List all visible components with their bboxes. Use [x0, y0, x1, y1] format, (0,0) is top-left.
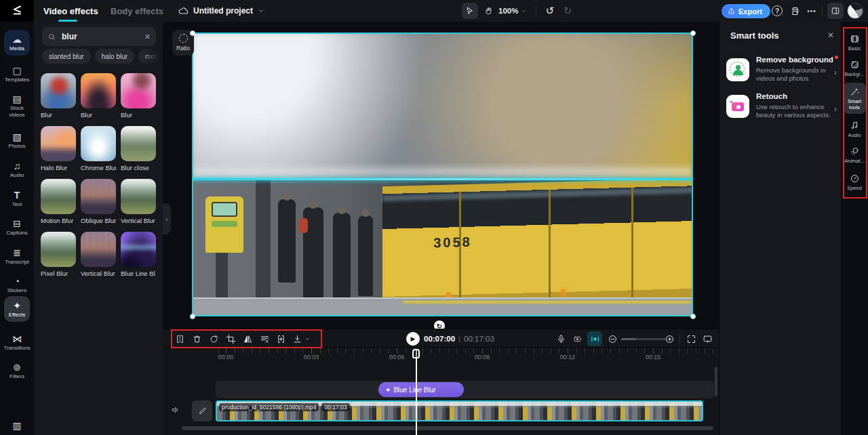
tab-video-effects-label: Video effects	[43, 6, 98, 16]
main-track-magnet-toggle[interactable]	[587, 331, 602, 346]
video-clip[interactable]: production_id_5021586 (1080p).mp4 00:17:…	[216, 400, 703, 421]
playhead-line	[416, 349, 417, 435]
rail-item-audio[interactable]: Audio	[841, 121, 868, 138]
mirror-button[interactable]	[240, 329, 255, 348]
rotate-clip-button[interactable]	[206, 329, 221, 348]
tab-video-effects[interactable]: Video effects	[43, 0, 98, 22]
timeline-zoom-out-button[interactable]	[605, 329, 620, 348]
playhead-handle[interactable]	[412, 349, 420, 358]
effect-track[interactable]	[216, 381, 714, 398]
sidebar-item-stickers[interactable]: ◔ Stickers	[0, 276, 34, 294]
fit-timeline-button[interactable]	[684, 329, 698, 348]
more-button[interactable]: •••	[804, 0, 819, 22]
sidebar-item-media[interactable]: ☁ Media	[0, 34, 34, 52]
smart-tool-remove-background[interactable]: Remove background Remove backgrounds in …	[726, 56, 838, 89]
effect-clip-blue-line-blur[interactable]: ✦ Blue Line Blur	[378, 382, 464, 397]
sidebar-item-label: Captions	[0, 230, 34, 236]
export-button[interactable]: Export	[722, 4, 770, 18]
help-button[interactable]: ?	[772, 5, 783, 16]
play-icon: ▶	[411, 335, 416, 342]
timeline[interactable]: 00:00 00:03 00:06 00:09 00:12 00:15 ✦ Bl…	[163, 348, 719, 435]
sidebar-item-templates[interactable]: ▢ Templates	[0, 65, 34, 83]
transcript-trim-button[interactable]	[257, 329, 272, 348]
sidebar-item-stock-videos[interactable]: ▤ Stock videos	[0, 94, 34, 119]
panel-collapse-handle[interactable]: ‹	[163, 203, 171, 234]
delete-button[interactable]	[189, 329, 204, 348]
sidebar-item-audio[interactable]: ♫ Audio	[0, 161, 34, 179]
redo-button[interactable]: ↻	[560, 0, 575, 22]
zoom-level-control[interactable]: 100%	[498, 0, 527, 22]
selection-handle-top-left[interactable]	[190, 30, 195, 36]
rail-item-speed[interactable]: Speed	[841, 173, 868, 191]
split-insert-button[interactable]	[273, 329, 288, 348]
sidebar-item-photos[interactable]: ▧ Photos	[0, 131, 34, 150]
effect-card[interactable]: Halo Blur	[41, 126, 76, 171]
sidebar-item-transitions[interactable]: ⋈ Transitions	[0, 333, 34, 352]
mute-track-button[interactable]	[171, 405, 180, 415]
print-button[interactable]	[787, 0, 802, 22]
rail-item-basic[interactable]: Basic	[841, 34, 868, 51]
search-input[interactable]	[60, 31, 140, 42]
smart-tool-retouch[interactable]: + Retouch Use retouch to enhance beauty …	[726, 92, 838, 126]
rail-item-animation[interactable]: Animat...	[841, 146, 868, 164]
selection-handle-bottom-right[interactable]	[690, 314, 696, 319]
sidebar-item-effects[interactable]: ✦ Effects	[0, 300, 34, 318]
transcript-scissors-icon	[260, 334, 270, 344]
timeline-zoom-in-button[interactable]	[662, 329, 677, 348]
split-insert-icon	[276, 334, 286, 344]
new-badge	[835, 56, 838, 59]
red-backpack	[299, 218, 308, 233]
layout-panel-button[interactable]	[827, 3, 844, 19]
rail-item-smart-tools[interactable]: Smart tools	[841, 87, 868, 110]
sidebar-item-captions[interactable]: ⊟ Captions	[0, 218, 34, 236]
sidebar-footer-button[interactable]: ▥	[0, 420, 34, 431]
timeline-zoom-slider[interactable]	[621, 338, 666, 340]
cursor-icon	[465, 6, 475, 16]
sidebar-item-transcript[interactable]: ≣ Transcript	[0, 247, 34, 266]
effect-card[interactable]: Oblique Blur	[81, 179, 116, 224]
clear-search-button[interactable]: ✕	[144, 33, 151, 41]
effect-card[interactable]: Pixel Blur	[41, 232, 76, 277]
play-button[interactable]: ▶	[406, 332, 420, 346]
sidebar-item-filters[interactable]: ⊚ Filters	[0, 362, 34, 380]
select-tool-button[interactable]	[462, 3, 478, 19]
timeline-horizontal-scrollbar[interactable]	[182, 426, 713, 430]
sidebar-item-text[interactable]: T Text	[0, 190, 34, 208]
avatar[interactable]	[847, 3, 863, 19]
download-options-button[interactable]	[302, 329, 312, 348]
selection-handle-bottom-left[interactable]	[190, 314, 195, 319]
top-bar: Video effects Body effects Untitled proj…	[0, 0, 868, 22]
chip-halo-blur[interactable]: halo blur	[95, 49, 134, 64]
station-scene: 3058	[193, 180, 692, 315]
voiceover-button[interactable]	[553, 329, 568, 348]
effect-card[interactable]: Blue Line Bl...	[121, 232, 156, 277]
crop-button[interactable]	[223, 329, 238, 348]
effect-card[interactable]: Vertical Blur	[81, 232, 116, 277]
undo-button[interactable]: ↺	[542, 0, 557, 22]
search-box[interactable]: ✕	[42, 27, 156, 46]
project-title[interactable]: Untitled project	[178, 0, 264, 22]
effect-card[interactable]: Chrome Blur	[81, 126, 116, 171]
split-button[interactable]	[172, 329, 187, 348]
effect-card[interactable]: Blur	[121, 73, 156, 119]
time-separator: |	[458, 335, 460, 343]
effect-card[interactable]: Motion Blur	[41, 179, 76, 224]
panel-layout-icon	[831, 6, 840, 16]
video-canvas[interactable]: 3058	[192, 33, 693, 316]
close-panel-button[interactable]: ✕	[827, 30, 834, 40]
snapping-button[interactable]	[570, 329, 585, 348]
effect-thumbnail	[121, 179, 156, 214]
effect-card[interactable]: Vertical Blur	[121, 179, 156, 224]
hand-tool-button[interactable]	[481, 3, 497, 19]
preview-display-button[interactable]	[700, 329, 715, 348]
chip-slanted-blur[interactable]: slanted blur	[42, 49, 91, 64]
selection-handle-top-right[interactable]	[690, 30, 696, 36]
rail-item-background[interactable]: Backgr...	[841, 60, 868, 77]
capcut-logo[interactable]	[0, 0, 34, 22]
edit-cover-button[interactable]	[192, 400, 212, 421]
timeline-vertical-scrollbar[interactable]	[715, 367, 717, 396]
effect-card[interactable]: Blur	[81, 73, 116, 119]
tab-body-effects[interactable]: Body effects	[111, 0, 163, 22]
effect-card[interactable]: Blur	[41, 73, 76, 119]
effect-card[interactable]: Blur close	[121, 126, 156, 171]
